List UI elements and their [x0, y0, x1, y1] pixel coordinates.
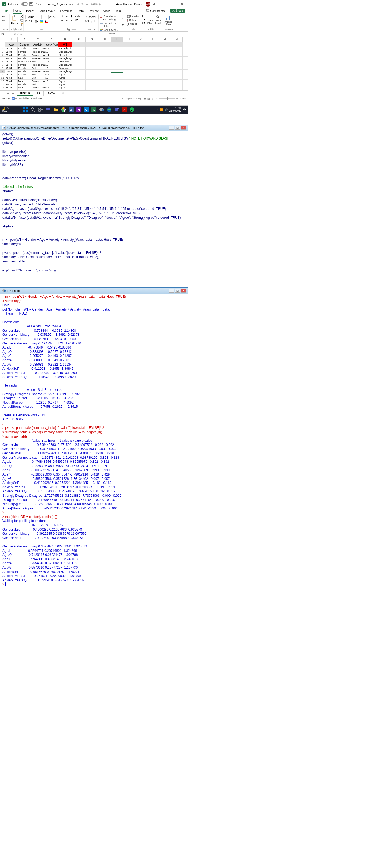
maximize-button[interactable]: ☐ [168, 2, 176, 6]
data-cell[interactable]: Self [31, 76, 45, 79]
data-cell[interactable]: 45-54 [5, 89, 18, 90]
sheet-tab[interactable]: To Test [45, 91, 59, 96]
data-cell[interactable]: Neutral [58, 54, 72, 57]
data-cell[interactable] [123, 66, 135, 69]
data-cell[interactable]: Professional [31, 57, 45, 60]
data-cell[interactable] [159, 60, 171, 63]
col-header[interactable]: K [135, 37, 147, 42]
data-cell[interactable]: Strongly Agree [58, 70, 72, 73]
mode-switch-icon[interactable] [153, 2, 156, 6]
align-center[interactable]: ≡ [65, 19, 69, 22]
data-cell[interactable] [171, 83, 183, 86]
col-header[interactable]: I [111, 37, 123, 42]
data-cell[interactable] [86, 50, 99, 53]
data-cell[interactable]: 45-54 [5, 76, 18, 79]
data-cell[interactable] [72, 89, 86, 90]
data-cell[interactable]: Female [18, 50, 31, 53]
row-header[interactable]: 2 [0, 47, 5, 50]
col-header[interactable]: B [18, 37, 31, 42]
data-cell[interactable]: 5-9 [45, 70, 58, 73]
data-cell[interactable] [123, 54, 135, 57]
header-cell[interactable] [123, 42, 135, 47]
data-cell[interactable]: 18-24 [5, 83, 18, 86]
close-button[interactable]: ✕ [178, 2, 186, 6]
data-cell[interactable] [171, 80, 183, 83]
increase-decimal[interactable]: .0→ [93, 20, 97, 22]
data-cell[interactable] [159, 54, 171, 57]
data-cell[interactable] [111, 76, 123, 79]
data-cell[interactable]: 25-34 [5, 47, 18, 50]
data-cell[interactable] [135, 66, 147, 69]
data-cell[interactable] [159, 50, 171, 53]
data-cell[interactable]: Agree [58, 76, 72, 79]
data-cell[interactable]: 35-44 [5, 63, 18, 66]
header-cell[interactable]: W1 [58, 42, 72, 47]
data-cell[interactable] [72, 47, 86, 50]
data-cell[interactable]: 10+ [45, 50, 58, 53]
data-cell[interactable] [135, 89, 147, 90]
data-cell[interactable]: Professional [31, 63, 45, 66]
data-cell[interactable] [123, 70, 135, 73]
header-cell[interactable] [171, 42, 183, 47]
header-cell[interactable]: Gender [18, 42, 31, 47]
data-cell[interactable]: 5-9 [45, 86, 58, 89]
data-cell[interactable]: Strongly Agree [58, 89, 72, 90]
excel-taskbar-icon[interactable]: X [91, 106, 97, 113]
data-cell[interactable] [123, 73, 135, 76]
fill-button[interactable]: ⬇▾ [142, 18, 145, 21]
data-cell[interactable] [99, 83, 111, 86]
data-cell[interactable]: Professional [31, 86, 45, 89]
cancel-formula-icon[interactable]: ✕ [14, 33, 16, 36]
data-cell[interactable] [135, 80, 147, 83]
bold-button[interactable]: B [25, 20, 27, 23]
data-cell[interactable]: 5-9 [45, 73, 58, 76]
conditional-formatting-button[interactable]: Conditional Formatting▾ [100, 14, 123, 21]
data-cell[interactable] [111, 70, 123, 73]
data-cell[interactable] [72, 80, 86, 83]
data-cell[interactable]: 25-34 [5, 73, 18, 76]
data-cell[interactable] [111, 60, 123, 63]
data-cell[interactable] [171, 73, 183, 76]
row-header[interactable]: 12 [0, 80, 5, 83]
data-cell[interactable]: Strongly Agree [58, 50, 72, 53]
data-cell[interactable] [135, 50, 147, 53]
data-cell[interactable] [135, 57, 147, 60]
select-all-triangle[interactable] [0, 37, 5, 42]
data-cell[interactable] [159, 57, 171, 60]
delete-cells-button[interactable]: −Delete▾ [126, 19, 139, 22]
data-cell[interactable] [171, 63, 183, 66]
data-cell[interactable]: 35-44 [5, 54, 18, 57]
row-header[interactable]: 6 [0, 60, 5, 63]
data-cell[interactable] [135, 54, 147, 57]
data-cell[interactable] [147, 54, 159, 57]
copy-button[interactable] [19, 19, 24, 22]
r-editor-body[interactable]: getwd()setwd('C:/Users/amydo/OneDrive/Do… [0, 131, 188, 274]
decrease-font-icon[interactable]: A↓ [53, 16, 56, 19]
data-cell[interactable] [72, 63, 86, 66]
data-cell[interactable] [86, 86, 99, 89]
col-header[interactable]: J [123, 37, 135, 42]
data-cell[interactable] [159, 83, 171, 86]
outlook-icon[interactable]: O [83, 106, 90, 113]
data-cell[interactable]: 10+ [45, 83, 58, 86]
data-cell[interactable]: Female [18, 54, 31, 57]
data-cell[interactable] [159, 66, 171, 69]
data-cell[interactable]: Agree [58, 83, 72, 86]
data-cell[interactable] [135, 73, 147, 76]
data-cell[interactable] [123, 47, 135, 50]
redo-button[interactable] [1, 19, 6, 22]
sort-filter-button[interactable]: Sort & Filter [146, 14, 154, 25]
file-explorer-icon[interactable] [53, 106, 59, 113]
data-cell[interactable] [123, 60, 135, 63]
header-cell[interactable] [135, 42, 147, 47]
data-cell[interactable] [135, 47, 147, 50]
header-cell[interactable]: Anxiety_Years [45, 42, 58, 47]
data-cell[interactable] [86, 80, 99, 83]
data-cell[interactable] [72, 70, 86, 73]
data-cell[interactable] [147, 50, 159, 53]
data-cell[interactable] [111, 83, 123, 86]
data-cell[interactable] [147, 60, 159, 63]
data-cell[interactable] [147, 66, 159, 69]
format-as-table-button[interactable]: Format as Table▾ [100, 22, 123, 28]
data-cell[interactable]: 10+ [45, 76, 58, 79]
